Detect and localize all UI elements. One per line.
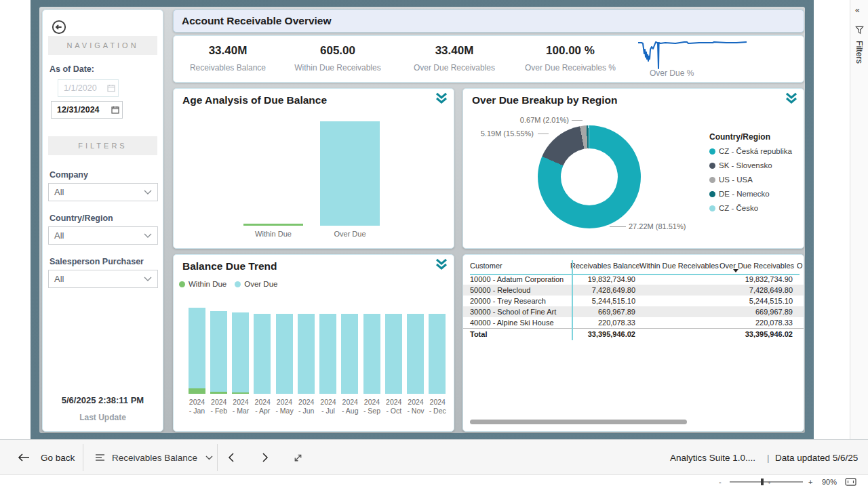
zoom-slider-thumb[interactable] (761, 479, 764, 485)
back-circle-icon[interactable] (52, 20, 66, 35)
calendar-icon (111, 106, 119, 114)
kpi-value: 33.40M (393, 44, 515, 58)
chevron-down-icon (144, 190, 152, 195)
donut-hole (561, 148, 618, 205)
trend-bar-overdue-jan[interactable] (189, 308, 205, 388)
data-updated-label: Data updated 5/6/25 (775, 440, 858, 475)
trend-bar-withindue-jan[interactable] (189, 388, 205, 394)
cell: 20000 - Trey Research (463, 296, 570, 306)
table-row[interactable]: 20000 - Trey Research5,244,515.105,244,5… (463, 296, 804, 306)
receivables-table-card: CustomerReceivables BalanceWithin Due Re… (462, 254, 804, 432)
trend-bar-overdue-feb[interactable] (210, 311, 227, 392)
prev-page-button[interactable] (228, 440, 235, 475)
trend-legend-0[interactable]: Within Due (179, 280, 226, 288)
trend-bar-overdue-jul[interactable] (319, 314, 336, 394)
trend-x-label: 2024- Jan (186, 398, 208, 415)
cell: 220,078.33 (570, 317, 639, 328)
zoom-out-button[interactable]: - (719, 475, 722, 488)
receivables-table: CustomerReceivables BalanceWithin Due Re… (463, 259, 804, 339)
cell (639, 329, 719, 339)
footer-divider: | (767, 440, 770, 475)
trend-bar-withindue-mar[interactable] (232, 392, 249, 394)
date-from-input[interactable]: 1/1/2020 (58, 79, 119, 97)
kpi-2: 33.40MOver Due Receivables (393, 36, 515, 83)
cell: 40000 - Alpine Ski House (463, 317, 570, 328)
page-selector-label: Receivables Balance (112, 453, 197, 463)
expand-chevron-icon[interactable] (785, 92, 798, 104)
fit-to-page-icon[interactable] (845, 478, 856, 486)
kpi-1: 605.00Within Due Receivables (283, 36, 392, 83)
filter-dropdown-2[interactable]: All (48, 270, 158, 288)
trend-bar-overdue-aug[interactable] (341, 314, 358, 394)
trend-legend: Within DueOver Due (179, 280, 285, 288)
table-horizontal-scrollbar[interactable] (470, 420, 687, 424)
chevron-left-icon (228, 453, 235, 462)
trend-bar-overdue-dec[interactable] (429, 314, 446, 394)
date-to-input[interactable]: 12/31/2024 (51, 101, 123, 119)
trend-bar-overdue-nov[interactable] (407, 314, 424, 394)
trend-x-label: 2024- Aug (339, 398, 361, 415)
legend-item-4[interactable]: CZ - Česko (709, 204, 792, 212)
column-header-3[interactable]: Over Due Receivables (719, 259, 797, 274)
callout-line (610, 226, 626, 227)
table-row[interactable]: 50000 - Relecloud7,428,649.807,428,649.8… (463, 285, 804, 296)
legend-item-3[interactable]: DE - Nemecko (709, 190, 792, 198)
fit-to-screen-button[interactable] (293, 440, 303, 475)
cell (639, 274, 719, 285)
column-header-2[interactable]: Within Due Receivables (639, 259, 719, 274)
cell: 33,395,946.02 (719, 329, 797, 339)
cell (797, 285, 804, 296)
go-back-button[interactable]: Go back (18, 440, 75, 475)
legend-label: CZ - Česká republika (719, 147, 792, 155)
page-list-icon (95, 453, 105, 462)
sparkline-label: Over Due % (650, 68, 694, 78)
trend-bar-overdue-oct[interactable] (385, 314, 402, 394)
kpi-label: Receivables Balance (174, 63, 282, 73)
zoom-slider[interactable]: + (730, 475, 803, 488)
cell: 30000 - School of Fine Art (463, 306, 570, 317)
legend-item-2[interactable]: US - USA (709, 176, 792, 184)
navigation-header: NAVIGATION (48, 36, 157, 55)
filter-dropdown-1[interactable]: All (48, 226, 158, 245)
trend-bar-overdue-sep[interactable] (363, 314, 380, 394)
column-header-0[interactable]: Customer (463, 259, 570, 274)
zoom-in-button[interactable]: + (808, 475, 812, 488)
cell: 7,428,649.80 (719, 285, 797, 296)
trend-legend-1[interactable]: Over Due (235, 280, 277, 288)
trend-bar-overdue-may[interactable] (276, 314, 293, 394)
legend-item-0[interactable]: CZ - Česká republika (709, 147, 792, 155)
cell: 50000 - Relecloud (463, 285, 570, 296)
table-row[interactable]: 40000 - Alpine Ski House220,078.33220,07… (463, 317, 804, 328)
filter-dropdown-0[interactable]: All (48, 183, 158, 201)
column-header-4[interactable]: O (797, 259, 804, 274)
table-row[interactable]: 10000 - Adatum Corporation19,832,734.901… (463, 274, 804, 285)
toolbar-divider (217, 444, 218, 471)
filters-pane-label: Filters (854, 41, 864, 64)
next-page-button[interactable] (262, 440, 269, 475)
column-header-1[interactable]: Receivables Balance (570, 259, 639, 274)
filter-funnel-icon[interactable] (855, 26, 864, 35)
page-selector[interactable]: Receivables Balance (95, 440, 213, 475)
donut-callout-sk: 5.19M (15.55%) (481, 129, 534, 138)
expand-filters-icon[interactable]: « (855, 5, 860, 15)
navigation-sidebar: NAVIGATION As of Date: 1/1/2020 12/31/20… (42, 9, 163, 432)
age-bar-within-due[interactable] (243, 224, 303, 226)
legend-dot (235, 281, 241, 287)
callout-line (572, 120, 583, 121)
trend-bar-overdue-mar[interactable] (232, 312, 249, 392)
zoom-level-label: 90% (822, 475, 837, 488)
zoom-slider-track[interactable]: + (730, 481, 803, 483)
table-row[interactable]: 30000 - School of Fine Art669,967.89669,… (463, 306, 804, 317)
expand-chevron-icon[interactable] (435, 258, 448, 270)
kpi-0: 33.40MReceivables Balance (174, 36, 282, 83)
age-bar-over-due[interactable] (320, 121, 380, 226)
trend-bar-overdue-jun[interactable] (298, 314, 315, 394)
sort-descending-icon[interactable] (733, 269, 738, 272)
expand-chevron-icon[interactable] (435, 92, 448, 104)
kpi-value: 100.00 % (510, 44, 631, 58)
legend-label: Over Due (244, 280, 277, 288)
legend-item-1[interactable]: SK - Slovensko (709, 161, 792, 169)
trend-bar-overdue-apr[interactable] (254, 314, 271, 394)
cell (797, 274, 804, 285)
trend-bar-withindue-feb[interactable] (210, 392, 227, 394)
